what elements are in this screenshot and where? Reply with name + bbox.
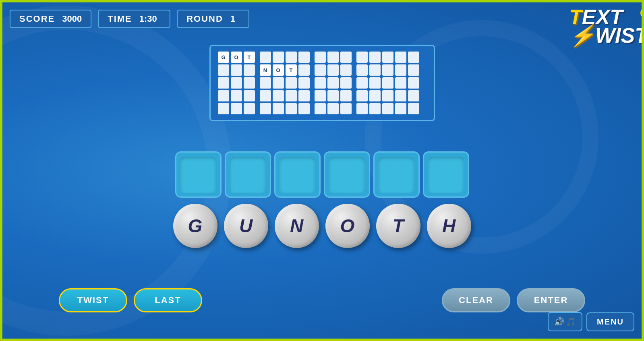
- sound-button[interactable]: 🔊 🎵: [548, 312, 582, 331]
- twist-button[interactable]: TWIST: [59, 288, 127, 312]
- grid-cell: [382, 103, 393, 114]
- grid-row: [218, 77, 255, 89]
- grid-cell: [315, 90, 326, 101]
- input-tile-6[interactable]: [423, 151, 469, 198]
- grid-cell: [260, 103, 271, 114]
- grid-cell: [395, 77, 406, 89]
- time-box: TIME 1:30: [98, 10, 170, 28]
- left-buttons: TWIST LAST: [59, 288, 202, 312]
- input-tile-3[interactable]: [274, 151, 321, 198]
- letter-bubble-U[interactable]: U: [224, 204, 268, 248]
- grid-row: [356, 52, 419, 63]
- grid-col-3: G O T: [218, 52, 255, 114]
- input-tile-5[interactable]: [373, 151, 420, 198]
- grid-cell: [315, 77, 326, 89]
- grid-cell: [395, 103, 406, 114]
- grid-cell: [356, 52, 368, 63]
- grid-cell: [369, 103, 381, 114]
- grid-col-4b: [315, 52, 352, 114]
- letter-bubble-H[interactable]: H: [427, 204, 471, 248]
- grid-cell: [231, 90, 242, 101]
- grid-cell: [273, 90, 284, 101]
- input-tile-2[interactable]: [225, 151, 271, 198]
- grid-cell: [327, 103, 339, 114]
- grid-cell: [315, 52, 326, 63]
- grid-cell: [408, 90, 419, 101]
- grid-cell: [298, 77, 310, 89]
- grid-cell: [369, 52, 381, 63]
- input-tile-1[interactable]: [175, 151, 222, 198]
- grid-cell: [369, 90, 381, 101]
- grid-cell: [356, 77, 368, 89]
- grid-cell: [273, 52, 284, 63]
- bottom-buttons: TWIST LAST CLEAR ENTER: [2, 288, 642, 312]
- grid-cell: [231, 103, 242, 114]
- grid-cell: [298, 90, 310, 101]
- grid-cell: [327, 90, 339, 101]
- letter-bubble-O[interactable]: O: [325, 204, 370, 248]
- menu-button[interactable]: MENU: [586, 312, 634, 331]
- grid-cell: [340, 90, 352, 101]
- music-icon: 🎵: [566, 317, 576, 327]
- grid-cell: [218, 77, 229, 89]
- letter-T: T: [392, 215, 404, 237]
- grid-row: [315, 103, 352, 114]
- grid-cell: [244, 77, 255, 89]
- grid-cell: [298, 103, 310, 114]
- grid-row: [356, 103, 419, 114]
- grid-row: [260, 77, 310, 89]
- right-buttons: CLEAR ENTER: [442, 288, 585, 312]
- grid-cell: [298, 52, 310, 63]
- last-button[interactable]: LAST: [134, 288, 202, 312]
- letter-H: H: [442, 215, 456, 237]
- grid-row: [218, 90, 255, 101]
- grid-cell: [273, 77, 284, 89]
- grid-cell: [286, 90, 297, 101]
- grid-row: [356, 64, 419, 76]
- grid-cell: [382, 77, 393, 89]
- grid-row: [356, 77, 419, 89]
- grid-row: N O T: [260, 64, 310, 76]
- grid-row: [315, 90, 352, 101]
- grid-cell: O: [231, 52, 242, 63]
- grid-row: [315, 77, 352, 89]
- grid-row: G O T: [218, 52, 255, 63]
- letter-G: G: [188, 215, 203, 237]
- grid-cell: [218, 103, 229, 114]
- grid-col-4: N O T: [260, 52, 310, 114]
- game-container: SCORE 3000 TIME 1:30 ROUND 1 TEXT ⚡WIST …: [2, 2, 642, 339]
- grid-cell: [369, 77, 381, 89]
- grid-cell: [286, 52, 297, 63]
- letter-U: U: [239, 215, 253, 237]
- grid-cell: [260, 90, 271, 101]
- grid-row: [218, 64, 255, 76]
- grid-cell: [382, 64, 393, 76]
- clear-button[interactable]: CLEAR: [442, 288, 510, 312]
- letter-bubbles: G U N O T H: [173, 204, 471, 248]
- grid-cell: O: [273, 64, 284, 76]
- input-tile-inner-4: [329, 157, 365, 193]
- letter-bubble-G[interactable]: G: [173, 204, 217, 248]
- grid-cell: [340, 64, 352, 76]
- grid-row: [260, 52, 310, 63]
- top-bar: SCORE 3000 TIME 1:30 ROUND 1: [10, 10, 249, 28]
- letter-bubble-T[interactable]: T: [376, 204, 420, 248]
- grid-cell: [408, 64, 419, 76]
- grid-cell: [327, 64, 339, 76]
- grid-cell: [356, 90, 368, 101]
- input-tile-4[interactable]: [324, 151, 370, 198]
- letter-N: N: [290, 215, 303, 237]
- grid-cell: [382, 52, 393, 63]
- grid-cell: [340, 52, 352, 63]
- grid-cell: [327, 77, 339, 89]
- input-tile-inner-5: [378, 157, 414, 193]
- grid-cell: [286, 77, 297, 89]
- letter-bubble-N[interactable]: N: [275, 204, 319, 248]
- grid-cell: [315, 103, 326, 114]
- enter-button[interactable]: ENTER: [517, 288, 585, 312]
- grid-cell: [218, 64, 229, 76]
- grid-cell: [273, 103, 284, 114]
- time-value: 1:30: [139, 14, 157, 24]
- grid-cell: G: [218, 52, 229, 63]
- grid-cell: T: [286, 64, 297, 76]
